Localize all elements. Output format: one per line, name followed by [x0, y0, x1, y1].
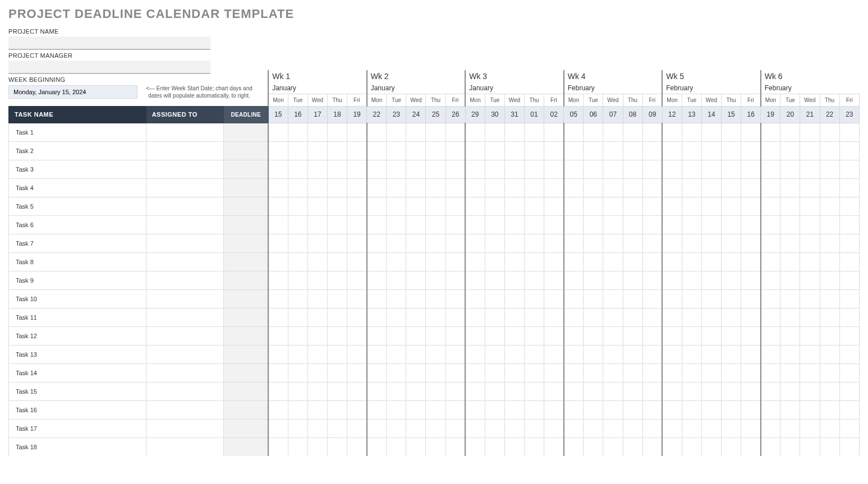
calendar-cell[interactable] — [485, 419, 504, 437]
calendar-cell[interactable] — [584, 419, 603, 437]
calendar-cell[interactable] — [741, 123, 761, 141]
calendar-cell[interactable] — [524, 363, 544, 382]
calendar-cell[interactable] — [662, 215, 682, 234]
calendar-cell[interactable] — [485, 160, 504, 178]
calendar-cell[interactable] — [800, 178, 820, 197]
task-name-cell[interactable]: Task 4 — [9, 178, 146, 197]
calendar-cell[interactable] — [347, 437, 367, 456]
calendar-cell[interactable] — [288, 363, 307, 382]
calendar-cell[interactable] — [701, 141, 721, 160]
calendar-cell[interactable] — [820, 437, 839, 456]
calendar-cell[interactable] — [682, 400, 701, 419]
calendar-cell[interactable] — [780, 141, 800, 160]
calendar-cell[interactable] — [465, 326, 485, 345]
calendar-cell[interactable] — [268, 141, 288, 160]
calendar-cell[interactable] — [426, 197, 446, 215]
calendar-cell[interactable] — [307, 363, 327, 382]
calendar-cell[interactable] — [564, 437, 584, 456]
calendar-cell[interactable] — [524, 308, 544, 326]
calendar-cell[interactable] — [504, 419, 524, 437]
calendar-cell[interactable] — [722, 419, 741, 437]
deadline-cell[interactable] — [223, 400, 268, 419]
calendar-cell[interactable] — [485, 382, 504, 400]
calendar-cell[interactable] — [426, 326, 446, 345]
calendar-cell[interactable] — [584, 141, 603, 160]
calendar-cell[interactable] — [722, 178, 741, 197]
calendar-cell[interactable] — [682, 419, 701, 437]
deadline-cell[interactable] — [223, 382, 268, 400]
calendar-cell[interactable] — [327, 400, 347, 419]
calendar-cell[interactable] — [446, 215, 465, 234]
calendar-cell[interactable] — [544, 141, 564, 160]
calendar-cell[interactable] — [741, 400, 761, 419]
assigned-to-cell[interactable] — [146, 234, 223, 252]
week-beginning-input[interactable] — [8, 85, 137, 99]
calendar-cell[interactable] — [485, 141, 504, 160]
task-name-cell[interactable]: Task 12 — [9, 326, 146, 345]
calendar-cell[interactable] — [327, 308, 347, 326]
calendar-cell[interactable] — [820, 289, 839, 308]
calendar-cell[interactable] — [347, 123, 367, 141]
calendar-cell[interactable] — [268, 160, 288, 178]
assigned-to-cell[interactable] — [146, 419, 223, 437]
calendar-cell[interactable] — [387, 215, 406, 234]
calendar-cell[interactable] — [465, 215, 485, 234]
calendar-cell[interactable] — [387, 123, 406, 141]
calendar-cell[interactable] — [623, 141, 642, 160]
calendar-cell[interactable] — [623, 160, 642, 178]
calendar-cell[interactable] — [839, 234, 859, 252]
calendar-cell[interactable] — [820, 363, 839, 382]
calendar-cell[interactable] — [564, 363, 584, 382]
calendar-cell[interactable] — [406, 437, 426, 456]
calendar-cell[interactable] — [603, 252, 623, 271]
calendar-cell[interactable] — [307, 252, 327, 271]
calendar-cell[interactable] — [446, 437, 465, 456]
calendar-cell[interactable] — [722, 289, 741, 308]
calendar-cell[interactable] — [485, 271, 504, 289]
calendar-cell[interactable] — [544, 178, 564, 197]
calendar-cell[interactable] — [701, 382, 721, 400]
calendar-cell[interactable] — [603, 215, 623, 234]
calendar-cell[interactable] — [504, 363, 524, 382]
calendar-cell[interactable] — [741, 363, 761, 382]
calendar-cell[interactable] — [780, 234, 800, 252]
calendar-cell[interactable] — [446, 289, 465, 308]
calendar-cell[interactable] — [268, 382, 288, 400]
calendar-cell[interactable] — [584, 271, 603, 289]
calendar-cell[interactable] — [406, 363, 426, 382]
calendar-cell[interactable] — [682, 123, 701, 141]
calendar-cell[interactable] — [465, 252, 485, 271]
calendar-cell[interactable] — [544, 345, 564, 363]
assigned-to-cell[interactable] — [146, 363, 223, 382]
calendar-cell[interactable] — [288, 345, 307, 363]
calendar-cell[interactable] — [426, 400, 446, 419]
calendar-cell[interactable] — [406, 178, 426, 197]
calendar-cell[interactable] — [387, 289, 406, 308]
calendar-cell[interactable] — [603, 400, 623, 419]
calendar-cell[interactable] — [741, 419, 761, 437]
calendar-cell[interactable] — [839, 345, 859, 363]
calendar-cell[interactable] — [465, 308, 485, 326]
task-name-cell[interactable]: Task 8 — [9, 252, 146, 271]
calendar-cell[interactable] — [701, 437, 721, 456]
calendar-cell[interactable] — [387, 271, 406, 289]
calendar-cell[interactable] — [465, 419, 485, 437]
task-name-cell[interactable]: Task 10 — [9, 289, 146, 308]
calendar-cell[interactable] — [446, 271, 465, 289]
calendar-cell[interactable] — [839, 400, 859, 419]
calendar-cell[interactable] — [820, 197, 839, 215]
calendar-cell[interactable] — [623, 123, 642, 141]
calendar-cell[interactable] — [465, 123, 485, 141]
calendar-cell[interactable] — [642, 419, 662, 437]
calendar-cell[interactable] — [839, 197, 859, 215]
calendar-cell[interactable] — [307, 326, 327, 345]
calendar-cell[interactable] — [820, 308, 839, 326]
task-name-cell[interactable]: Task 18 — [9, 437, 146, 456]
calendar-cell[interactable] — [780, 363, 800, 382]
calendar-cell[interactable] — [722, 345, 741, 363]
calendar-cell[interactable] — [623, 419, 642, 437]
calendar-cell[interactable] — [426, 363, 446, 382]
calendar-cell[interactable] — [761, 215, 780, 234]
calendar-cell[interactable] — [465, 178, 485, 197]
calendar-cell[interactable] — [741, 234, 761, 252]
